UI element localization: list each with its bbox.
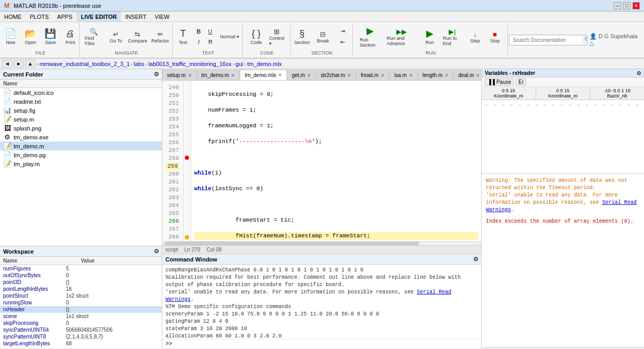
cmd-prompt: >> [165, 341, 172, 347]
ws-item-runningSlow[interactable]: runningSlow0 [0, 299, 162, 306]
path-mmwave[interactable]: mmwave_industrial_toolbox_2_3_1 [39, 61, 129, 67]
vars-options-btn[interactable]: ⊙ [637, 70, 641, 76]
tab-length[interactable]: length.m ✕ [418, 70, 453, 80]
print-button[interactable]: 🖨 Print [61, 27, 80, 47]
tab-tm-demo-mlx[interactable]: tm_demo.mlx ✕ [240, 70, 287, 80]
menu-live-editor[interactable]: LIVE EDITOR [76, 12, 121, 21]
file-item-tm-m[interactable]: 📝 tm_demo.m [0, 141, 162, 150]
run-button[interactable]: ▶ Run [420, 27, 439, 47]
tab-fread[interactable]: fread.m ✕ [356, 70, 390, 80]
break-button[interactable]: ⊟ Break [314, 29, 332, 45]
path-labs[interactable]: labs [134, 61, 145, 67]
tab-isa[interactable]: isa.m ✕ [390, 70, 418, 80]
close-btn[interactable]: ✕ [632, 2, 640, 9]
new-button[interactable]: 📄 New [1, 27, 20, 47]
er-button[interactable]: Er [516, 79, 526, 85]
tab-setup-close[interactable]: ✕ [188, 73, 192, 78]
goto-button[interactable]: ↵ Go To [106, 29, 125, 45]
tab-fread-close[interactable]: ✕ [381, 73, 385, 78]
indent-btn[interactable]: ⇥ [334, 26, 352, 36]
folder-options-btn[interactable]: ⊙ [154, 71, 159, 78]
section-add-button[interactable]: § Section [292, 27, 313, 47]
refactor-button[interactable]: ✏ Refactor [150, 29, 171, 45]
ws-item-targetStruct[interactable]: targetStruct1x2 struct [0, 347, 162, 348]
ws-item-pointStruct[interactable]: pointStruct1x2 struct [0, 292, 162, 299]
path-forward-btn[interactable]: ► [14, 60, 24, 68]
path-file[interactable]: tm_demo.mlx [247, 61, 282, 67]
tab-setup[interactable]: setup.m ✕ [162, 70, 197, 80]
editor-hscroll[interactable] [162, 241, 481, 245]
step-button[interactable]: ↓ Step [465, 29, 484, 45]
search-docs-input[interactable] [509, 36, 582, 44]
bold-button[interactable]: B [194, 27, 204, 36]
compare-button[interactable]: ⇆ Compare [126, 29, 149, 45]
ws-item-scene[interactable]: scene1x1 struct [0, 313, 162, 320]
ws-item-syncUINT8[interactable]: syncPatternUINT8{2,1,4,3,6,5,8,7} [0, 333, 162, 340]
ws-item-targetLength[interactable]: targetLengthInBytes68 [0, 340, 162, 347]
outdent-btn[interactable]: ⇤ [334, 37, 352, 47]
serial-read-warnings-link[interactable]: Serial Read Warnings [165, 289, 451, 302]
save-button[interactable]: 💾 Save [41, 27, 60, 47]
cmd-content[interactable]: compRangeBiasAndRxChanPhase 0.0 1 0 1 0 … [162, 265, 481, 339]
tab-tm-demo-m-close[interactable]: ✕ [231, 73, 235, 78]
file-item-readme[interactable]: 📄 readme.txt [0, 97, 162, 106]
code-content[interactable]: skipProcessing = 0; numFrames = 1; frame… [191, 81, 481, 241]
cmd-options-btn[interactable]: ⊙ [473, 256, 478, 263]
find-files-button[interactable]: 🔍 Find Files [82, 26, 105, 48]
tab-deal[interactable]: deal.m ✕ [453, 70, 481, 80]
ws-item-numFigures[interactable]: numFigures5 [0, 265, 162, 272]
path-lab0013[interactable]: lab0013_traffic_monitoring_16sx [148, 61, 231, 67]
search-docs-btn[interactable]: 🔍 [582, 35, 587, 45]
minimize-btn[interactable]: ─ [614, 2, 621, 9]
tab-get[interactable]: get.m ✕ [287, 70, 316, 80]
tab-length-close[interactable]: ✕ [445, 73, 449, 78]
tab-str2char-close[interactable]: ✕ [347, 73, 351, 78]
underline-button[interactable]: U [205, 27, 216, 36]
workspace-options-btn[interactable]: ⊙ [154, 248, 159, 255]
ws-item-rxHeader[interactable]: rxHeader{} [0, 306, 162, 313]
serial-read-link[interactable]: Serial Read Warnings [486, 200, 637, 213]
run-section-button[interactable]: ▶ Run Section [357, 24, 383, 49]
run-to-end-button[interactable]: ▶| Run to End [440, 26, 464, 48]
tab-tm-demo-mlx-close[interactable]: ✕ [278, 72, 282, 78]
file-item-tm-pg[interactable]: 📄 tm_demo.pg [0, 150, 162, 159]
menu-home[interactable]: HOME [0, 12, 26, 21]
tab-get-close[interactable]: ✕ [307, 73, 311, 78]
tab-deal-close[interactable]: ✕ [476, 73, 480, 78]
ws-item-syncUINT64[interactable]: syncPatternUINT645066604814577506 [0, 326, 162, 333]
open-button[interactable]: 📂 Open [21, 27, 40, 47]
menu-insert[interactable]: INSERT [121, 12, 150, 21]
pause-button[interactable]: ▐▐ Pause [485, 79, 514, 85]
window-controls[interactable]: ─ □ ✕ [614, 2, 640, 9]
file-item-tm-play[interactable]: 📝 tm_play.m [0, 159, 162, 168]
section-buttons: § Section ⊟ Break ⇥ ⇤ [292, 24, 352, 49]
tab-tm-demo-m[interactable]: tm_demo.m ✕ [197, 70, 240, 80]
tab-str2char[interactable]: str2char.m ✕ [316, 70, 356, 80]
italic-button[interactable]: I [194, 37, 204, 47]
file-item-tm-exe[interactable]: ⚙ tm_demo.exe [0, 133, 162, 141]
maximize-btn[interactable]: □ [623, 2, 630, 9]
run-advance-button[interactable]: ▶▶ Run and Advance [384, 26, 419, 48]
file-item-splash[interactable]: 🖼 splash.png [0, 124, 162, 133]
text-button[interactable]: T Text [174, 27, 193, 47]
path-up-btn[interactable]: ▲ [25, 60, 36, 68]
menu-apps[interactable]: APPS [53, 12, 76, 21]
stop-button[interactable]: ■ Stop [485, 29, 504, 45]
path-back-btn[interactable]: ◄ [2, 60, 13, 68]
path-gui[interactable]: gui [236, 61, 243, 67]
menu-view[interactable]: VIEW [150, 12, 173, 21]
ws-item-point3D[interactable]: point3D{} [0, 279, 162, 286]
ws-item-skipProcessing[interactable]: skipProcessing0 [0, 320, 162, 326]
tab-isa-close[interactable]: ✕ [409, 73, 413, 78]
file-item-default-icon[interactable]: 📄 default_icon.ico [0, 88, 162, 97]
normal-dropdown[interactable]: Normal ▾ [217, 32, 243, 41]
ws-item-pointLength[interactable]: pointLengthInBytes16 [0, 286, 162, 292]
control-dropdown[interactable]: ⊞ Control ▾ [267, 26, 287, 48]
file-item-setup-fig[interactable]: 📊 setup.fig [0, 106, 162, 115]
code-button[interactable]: { } Code [247, 27, 265, 47]
monospace-button[interactable]: M [205, 37, 216, 47]
file-item-setup-m[interactable]: 📝 setup.m [0, 115, 162, 124]
menu-plots[interactable]: PLOTS [26, 12, 53, 21]
cmd-input[interactable] [172, 341, 478, 347]
ws-item-outOfSyncBytes[interactable]: outOfSyncBytes0 [0, 272, 162, 279]
